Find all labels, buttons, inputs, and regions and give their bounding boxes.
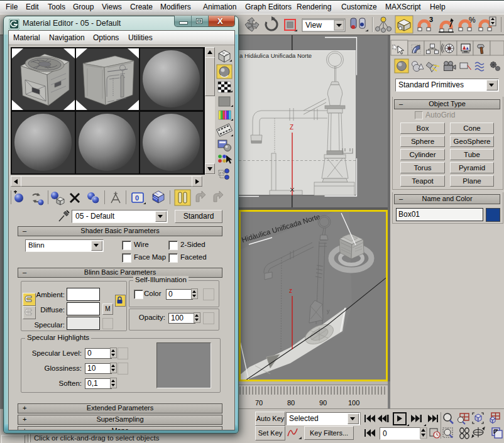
svg-text:View: View [305,21,322,30]
svg-text:80: 80 [287,399,295,407]
svg-text:90: 90 [319,399,327,407]
svg-text:100: 100 [348,399,359,407]
svg-text:a Hidáulica Unificada Norte: a Hidáulica Unificada Norte [239,52,312,59]
svg-text:z: z [289,287,292,294]
svg-text:%: % [469,16,476,25]
svg-text:3: 3 [429,16,433,23]
svg-text:0: 0 [135,194,139,202]
svg-text:70: 70 [255,399,263,407]
svg-text:Z: Z [290,124,293,131]
svg-text:y: y [327,308,330,314]
